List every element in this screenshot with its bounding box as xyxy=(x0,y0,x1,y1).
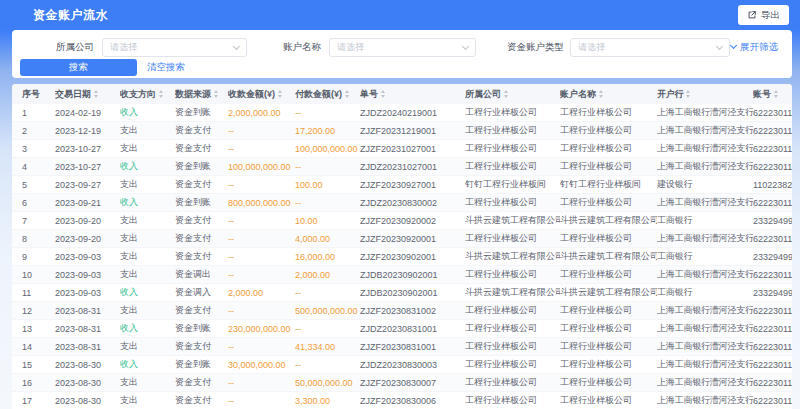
cell-direction: 支出 xyxy=(120,232,175,245)
table-row[interactable]: 6 2023-09-21 收入 资金到账 800,000,000.00 -- Z… xyxy=(12,194,792,212)
cell-order-no: ZJDZ20230830002 xyxy=(360,198,465,208)
cell-bank: 工商银行 xyxy=(657,214,753,227)
cell-company: 工程行业样板公司 xyxy=(465,232,560,245)
filter-account-type-select[interactable]: 请选择 xyxy=(570,38,730,57)
chevron-down-icon xyxy=(716,42,723,49)
column-header-order-no[interactable]: 单号 xyxy=(360,88,465,101)
cell-date: 2023-08-30 xyxy=(55,378,120,388)
chevron-down-icon xyxy=(730,42,737,49)
cell-bank: 上海工商银行漕河泾支行 xyxy=(657,358,753,371)
export-button[interactable]: 导出 xyxy=(738,5,789,25)
table-row[interactable]: 2 2023-12-19 支出 资金支付 -- 17,200.00 ZJZF20… xyxy=(12,122,792,140)
cell-receive-amount: -- xyxy=(228,144,295,154)
table-row[interactable]: 17 2023-08-30 支出 资金支付 -- 3,300.00 ZJZF20… xyxy=(12,392,792,409)
cell-date: 2023-08-30 xyxy=(55,396,120,406)
flow-table: 序号 交易日期 收支方向 数据来源 收款金额(¥) 付款金额(¥) 单号 所属公… xyxy=(12,84,792,409)
cell-direction: 收入 xyxy=(120,358,175,371)
cell-index: 3 xyxy=(22,144,55,154)
column-header-bank[interactable]: 开户行 xyxy=(657,88,753,101)
column-header-direction[interactable]: 收支方向 xyxy=(120,88,175,101)
table-row[interactable]: 15 2023-08-30 收入 资金到账 30,000,000.00 -- Z… xyxy=(12,356,792,374)
table-row[interactable]: 1 2024-02-19 收入 资金到账 2,000,000.00 -- ZJD… xyxy=(12,104,792,122)
cell-bank: 上海工商银行漕河泾支行 xyxy=(657,232,753,245)
cell-pay-amount: 10.00 xyxy=(295,216,360,226)
cell-source: 资金支付 xyxy=(175,214,228,227)
cell-date: 2023-09-20 xyxy=(55,216,120,226)
cell-index: 2 xyxy=(22,126,55,136)
cell-source: 资金支付 xyxy=(175,178,228,191)
filter-account-name-label: 账户名称 xyxy=(281,41,321,54)
cell-source: 资金到账 xyxy=(175,358,228,371)
sort-icon xyxy=(381,90,385,98)
cell-pay-amount: 3,300.00 xyxy=(295,396,360,406)
cell-order-no: ZJZF20230902001 xyxy=(360,252,465,262)
filter-company-select[interactable]: 请选择 xyxy=(102,38,247,57)
column-header-source[interactable]: 数据来源 xyxy=(175,88,228,101)
cell-receive-amount: -- xyxy=(228,180,295,190)
cell-index: 9 xyxy=(22,252,55,262)
filter-company-placeholder: 请选择 xyxy=(110,41,137,54)
cell-account-no: 622230111 xyxy=(753,342,792,352)
clear-search-link[interactable]: 清空搜索 xyxy=(147,61,185,74)
cell-date: 2023-08-31 xyxy=(55,306,120,316)
cell-direction: 收入 xyxy=(120,196,175,209)
cell-pay-amount: -- xyxy=(295,162,360,172)
cell-order-no: ZJZF20231027001 xyxy=(360,144,465,154)
cell-source: 资金支付 xyxy=(175,250,228,263)
cell-account-name: 工程行业样板公司 xyxy=(560,322,657,335)
cell-date: 2023-09-27 xyxy=(55,180,120,190)
column-header-account-name[interactable]: 账户名称 xyxy=(560,88,657,101)
cell-index: 5 xyxy=(22,180,55,190)
filter-account-name-select[interactable]: 请选择 xyxy=(329,38,476,57)
column-header-company[interactable]: 所属公司 xyxy=(465,88,560,101)
cell-company: 工程行业样板公司 xyxy=(465,142,560,155)
cell-account-name: 工程行业样板公司 xyxy=(560,124,657,137)
column-header-date[interactable]: 交易日期 xyxy=(55,88,120,101)
cell-date: 2023-10-27 xyxy=(55,162,120,172)
table-row[interactable]: 8 2023-09-20 支出 资金支付 -- 4,000.00 ZJZF202… xyxy=(12,230,792,248)
cell-order-no: ZJZF20230831002 xyxy=(360,306,465,316)
expand-filters-link[interactable]: 展开筛选 xyxy=(731,41,778,54)
table-row[interactable]: 7 2023-09-20 支出 资金支付 -- 10.00 ZJZF202309… xyxy=(12,212,792,230)
search-button[interactable]: 搜索 xyxy=(20,59,137,76)
cell-company: 钉钉工程行业样板间 xyxy=(465,178,560,191)
cell-account-name: 工程行业样板公司 xyxy=(560,232,657,245)
cell-bank: 上海工商银行漕河泾支行 xyxy=(657,142,753,155)
cell-bank: 建设银行 xyxy=(657,178,753,191)
table-row[interactable]: 16 2023-08-30 支出 资金支付 -- 50,000,000.00 Z… xyxy=(12,374,792,392)
table-row[interactable]: 10 2023-09-03 支出 资金调出 -- 2,000.00 ZJDB20… xyxy=(12,266,792,284)
table-row[interactable]: 4 2023-10-27 收入 资金到账 100,000,000.00 -- Z… xyxy=(12,158,792,176)
cell-pay-amount: 50,000,000.00 xyxy=(295,378,360,388)
cell-index: 16 xyxy=(22,378,55,388)
chevron-down-icon xyxy=(233,42,240,49)
column-header-account-no[interactable]: 账号 xyxy=(753,88,792,101)
table-row[interactable]: 9 2023-09-03 支出 资金支付 -- 16,000.00 ZJZF20… xyxy=(12,248,792,266)
sort-icon xyxy=(159,90,163,98)
table-row[interactable]: 12 2023-08-31 支出 资金支付 -- 500,000,000.00 … xyxy=(12,302,792,320)
cell-index: 10 xyxy=(22,270,55,280)
cell-account-no: 622230111 xyxy=(753,378,792,388)
cell-direction: 支出 xyxy=(120,376,175,389)
cell-direction: 支出 xyxy=(120,250,175,263)
column-header-receive-amount[interactable]: 收款金额(¥) xyxy=(228,88,295,101)
cell-direction: 支出 xyxy=(120,124,175,137)
table-row[interactable]: 13 2023-08-31 收入 资金到账 230,000,000.00 -- … xyxy=(12,320,792,338)
column-header-pay-amount[interactable]: 付款金额(¥) xyxy=(295,88,360,101)
cell-account-name: 斗拱云建筑工程有限公司 xyxy=(560,250,657,263)
cell-direction: 收入 xyxy=(120,322,175,335)
table-row[interactable]: 5 2023-09-27 支出 资金支付 -- 100.00 ZJZF20230… xyxy=(12,176,792,194)
cell-receive-amount: 230,000,000.00 xyxy=(228,324,295,334)
table-row[interactable]: 11 2023-09-03 收入 资金调入 2,000.00 -- ZJDB20… xyxy=(12,284,792,302)
export-label: 导出 xyxy=(761,9,780,22)
table-row[interactable]: 3 2023-10-27 支出 资金支付 -- 100,000,000.00 Z… xyxy=(12,140,792,158)
filter-panel: 所属公司 请选择 账户名称 请选择 资金账户类型 请选择 展开筛选 搜索 xyxy=(12,30,792,78)
cell-account-no: 622230111 xyxy=(753,108,792,118)
cell-source: 资金到账 xyxy=(175,106,228,119)
cell-source: 资金支付 xyxy=(175,376,228,389)
cell-account-no: 622230111 xyxy=(753,198,792,208)
sort-icon xyxy=(774,90,778,98)
table-row[interactable]: 14 2023-08-31 支出 资金支付 -- 41,334.00 ZJZF2… xyxy=(12,338,792,356)
cell-direction: 支出 xyxy=(120,394,175,407)
chevron-down-icon xyxy=(462,42,469,49)
sort-icon xyxy=(94,90,98,98)
